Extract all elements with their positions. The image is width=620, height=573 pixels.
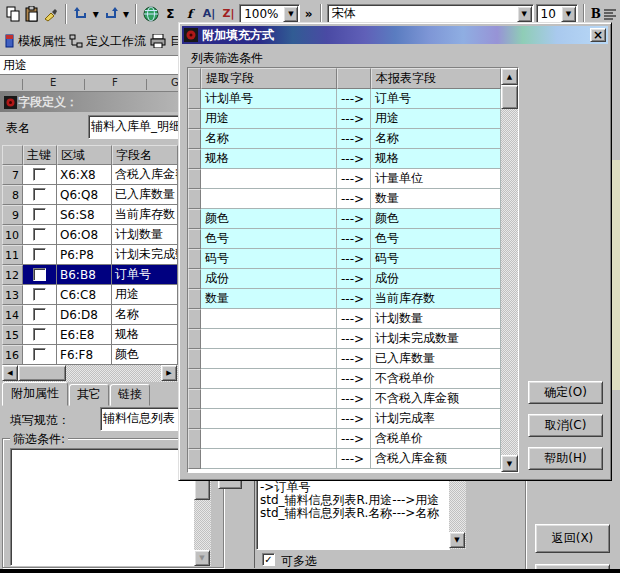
row-number-cell[interactable]: 8 xyxy=(2,185,23,205)
field-name-cell[interactable]: 含税入库金额 xyxy=(112,165,178,185)
redo-icon[interactable] xyxy=(102,4,119,24)
table-name-input[interactable]: 辅料入库单_明细 xyxy=(88,115,180,139)
row-selector-cell[interactable] xyxy=(188,369,201,389)
row-number-cell[interactable]: 11 xyxy=(2,245,23,265)
report-cell[interactable]: 成份 xyxy=(371,269,501,289)
primary-key-checkbox[interactable] xyxy=(33,248,46,261)
extract-cell[interactable]: 色号 xyxy=(201,229,337,249)
mapping-table-row[interactable]: 规格 ---> 规格 xyxy=(188,149,501,169)
dialog-titlebar[interactable]: 附加填充方式 × xyxy=(182,26,608,44)
extract-cell[interactable]: 数量 xyxy=(201,289,337,309)
mapping-table-row[interactable]: ---> 计划完成率 xyxy=(188,409,501,429)
bold-button[interactable]: B xyxy=(590,4,602,24)
primary-key-cell[interactable] xyxy=(23,325,57,345)
primary-key-cell[interactable] xyxy=(23,245,57,265)
close-icon[interactable]: × xyxy=(590,28,606,42)
scroll-up-icon[interactable]: ▲ xyxy=(501,68,518,85)
report-cell[interactable]: 当前库存数 xyxy=(371,289,501,309)
primary-key-checkbox[interactable] xyxy=(33,288,46,301)
extract-cell[interactable] xyxy=(201,329,337,349)
extract-cell[interactable]: 颜色 xyxy=(201,209,337,229)
extract-cell[interactable] xyxy=(201,449,337,469)
extract-cell[interactable]: 码号 xyxy=(201,249,337,269)
row-selector-cell[interactable] xyxy=(188,169,201,189)
mapping-table-row[interactable]: 用途 ---> 用途 xyxy=(188,109,501,129)
field-grid-row[interactable]: 12 B6:B8 订单号 xyxy=(2,265,178,285)
mapping-table-row[interactable]: 成份 ---> 成份 xyxy=(188,269,501,289)
report-cell[interactable]: 数量 xyxy=(371,189,501,209)
row-selector-cell[interactable] xyxy=(188,309,201,329)
field-name-cell[interactable]: 当前库存数 xyxy=(112,205,178,225)
report-field-header[interactable]: 本报表字段 xyxy=(371,68,501,89)
area-cell[interactable]: S6:S8 xyxy=(57,205,112,225)
mapping-table-row[interactable]: 计划单号 ---> 订单号 xyxy=(188,89,501,109)
row-number-cell[interactable]: 10 xyxy=(2,225,23,245)
primary-key-cell[interactable] xyxy=(23,205,57,225)
row-selector-cell[interactable] xyxy=(188,329,201,349)
area-cell[interactable]: D6:D8 xyxy=(57,305,112,325)
field-grid-row[interactable]: 14 D6:D8 名称 xyxy=(2,305,178,325)
field-grid-row[interactable]: 13 C6:C8 用途 xyxy=(2,285,178,305)
ok-button[interactable]: 确定(O) xyxy=(528,381,603,404)
report-cell[interactable]: 用途 xyxy=(371,109,501,129)
row-selector-cell[interactable] xyxy=(188,89,201,109)
primary-key-checkbox[interactable] xyxy=(33,208,46,221)
primary-key-checkbox[interactable] xyxy=(33,348,46,361)
extract-cell[interactable]: 计划单号 xyxy=(201,89,337,109)
redo-dropdown-icon[interactable]: ▾ xyxy=(122,4,131,24)
mapping-table-row[interactable]: 色号 ---> 色号 xyxy=(188,229,501,249)
row-selector-cell[interactable] xyxy=(188,249,201,269)
field-name-cell[interactable]: 订单号 xyxy=(112,265,178,285)
primary-key-checkbox[interactable] xyxy=(33,188,46,201)
mapping-table-row[interactable]: ---> 计划数量 xyxy=(188,309,501,329)
function-icon[interactable]: f xyxy=(181,4,198,24)
field-grid-hscrollbar[interactable]: ◀ ▶ xyxy=(2,365,178,382)
help-button[interactable]: 帮助(H) xyxy=(528,447,603,470)
row-number-cell[interactable]: 15 xyxy=(2,325,23,345)
field-name-cell[interactable]: 颜色 xyxy=(112,345,178,365)
primary-key-checkbox[interactable] xyxy=(33,228,46,241)
report-cell[interactable]: 颜色 xyxy=(371,209,501,229)
copy-icon[interactable] xyxy=(4,4,21,24)
row-selector-cell[interactable] xyxy=(188,109,201,129)
scroll-down-icon[interactable]: ▼ xyxy=(194,550,210,566)
zoom-combobox[interactable]: 100% ▼ xyxy=(239,4,300,24)
extract-cell[interactable] xyxy=(201,309,337,329)
report-cell[interactable]: 含税单价 xyxy=(371,429,501,449)
tab-link[interactable]: 链接 xyxy=(110,384,150,406)
printer-icon[interactable] xyxy=(148,31,168,51)
filter-scroll-thumb[interactable] xyxy=(194,478,210,500)
report-cell[interactable]: 不含税入库金额 xyxy=(371,389,501,409)
area-cell[interactable]: Q6:Q8 xyxy=(57,185,112,205)
globe-icon[interactable] xyxy=(142,4,159,24)
mapping-table-vscrollbar[interactable]: ▲ ▼ xyxy=(501,68,518,472)
field-name-cell[interactable]: 规格 xyxy=(112,325,178,345)
scroll-left-icon[interactable]: ◀ xyxy=(2,365,18,381)
scroll-right-icon[interactable]: ▶ xyxy=(161,365,177,381)
row-selector-cell[interactable] xyxy=(188,149,201,169)
row-selector-cell[interactable] xyxy=(188,429,201,449)
row-number-cell[interactable]: 9 xyxy=(2,205,23,225)
extract-cell[interactable]: 成份 xyxy=(201,269,337,289)
extract-cell[interactable] xyxy=(201,389,337,409)
tab-additional-properties[interactable]: 附加属性 xyxy=(2,382,68,406)
chevron-down-icon[interactable]: ▼ xyxy=(561,6,576,22)
field-grid-row[interactable]: 15 E6:E8 规格 xyxy=(2,325,178,345)
font-size-combobox[interactable]: 10 ▼ xyxy=(536,4,578,24)
filter-textarea[interactable] xyxy=(10,448,194,566)
primary-key-cell[interactable] xyxy=(23,185,57,205)
row-selector-cell[interactable] xyxy=(188,209,201,229)
extract-cell[interactable]: 用途 xyxy=(201,109,337,129)
extract-cell[interactable]: 名称 xyxy=(201,129,337,149)
area-cell[interactable]: O6:O8 xyxy=(57,225,112,245)
primary-key-header[interactable]: 主键 xyxy=(23,145,57,165)
primary-key-checkbox[interactable] xyxy=(33,308,46,321)
row-selector-cell[interactable] xyxy=(188,269,201,289)
row-selector-cell[interactable] xyxy=(188,349,201,369)
mapping-table-row[interactable]: 名称 ---> 名称 xyxy=(188,129,501,149)
row-selector-cell[interactable] xyxy=(188,229,201,249)
area-cell[interactable]: C6:C8 xyxy=(57,285,112,305)
field-name-cell[interactable]: 计划未完成数量 xyxy=(112,245,178,265)
field-name-cell[interactable]: 名称 xyxy=(112,305,178,325)
report-cell[interactable]: 色号 xyxy=(371,229,501,249)
